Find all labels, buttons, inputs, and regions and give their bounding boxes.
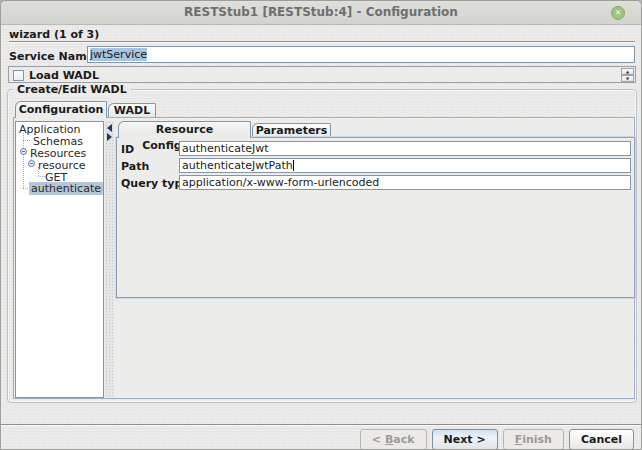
- path-input[interactable]: authenticateJwtPath: [179, 158, 631, 173]
- footer-separator: [1, 424, 642, 426]
- header-separator: [9, 41, 635, 43]
- finish-button[interactable]: Finish: [503, 429, 564, 450]
- tree-connector: [38, 176, 45, 177]
- load-wadl-spinner: ▲ ▼: [621, 68, 634, 82]
- path-value: authenticateJwtPath: [182, 159, 293, 172]
- split-collapse-left-icon[interactable]: [107, 124, 112, 132]
- tree-connector: [23, 133, 24, 189]
- load-wadl-row: Load WADL ▲ ▼: [8, 66, 636, 83]
- tree-expand-handle-resources[interactable]: [20, 148, 27, 155]
- id-label: ID: [121, 143, 134, 156]
- window-title: RESTStub1 [RESTStub:4] - Configuration: [1, 1, 641, 24]
- tree-expand-handle-resource[interactable]: [28, 160, 35, 167]
- service-name-value: jwtService: [90, 48, 147, 61]
- spinner-up-icon[interactable]: ▲: [621, 68, 634, 75]
- load-wadl-label: Load WADL: [29, 69, 99, 82]
- configuration-dialog: RESTStub1 [RESTStub:4] - Configuration ✕…: [0, 0, 642, 450]
- path-label: Path: [121, 160, 149, 173]
- cancel-button[interactable]: Cancel: [569, 429, 634, 450]
- query-type-input[interactable]: application/x-www-form-urlencoded: [179, 175, 631, 190]
- tree-connector: [23, 188, 29, 189]
- spinner-down-icon[interactable]: ▼: [621, 75, 634, 82]
- splitpane-divider[interactable]: [105, 121, 114, 398]
- tab-resource-configuration[interactable]: Resource Configuration: [118, 121, 251, 138]
- id-value: authenticateJwt: [182, 142, 269, 155]
- back-button[interactable]: < Back: [360, 429, 427, 450]
- tab-configuration[interactable]: Configuration: [15, 101, 107, 118]
- id-input[interactable]: authenticateJwt: [179, 141, 631, 156]
- load-wadl-checkbox[interactable]: [13, 70, 24, 81]
- wizard-button-bar: < Back Next > Finish Cancel: [1, 428, 641, 450]
- tree-connector: [23, 140, 30, 141]
- close-icon[interactable]: ✕: [611, 6, 625, 20]
- tab-parameters[interactable]: Parameters: [252, 123, 331, 138]
- split-collapse-right-icon[interactable]: [107, 133, 112, 141]
- create-edit-wadl-title: Create/Edit WADL: [13, 83, 131, 96]
- wizard-step-label: wizard (1 of 3): [9, 28, 99, 41]
- service-name-label: Service Name: [9, 50, 94, 63]
- next-button[interactable]: Next >: [432, 429, 498, 450]
- wadl-tree[interactable]: Application Schemas Resources resource G…: [15, 121, 104, 398]
- service-name-input[interactable]: jwtService: [87, 46, 635, 63]
- query-type-value: application/x-www-form-urlencoded: [182, 176, 379, 189]
- title-bar[interactable]: RESTStub1 [RESTStub:4] - Configuration ✕: [1, 1, 641, 25]
- text-caret: [293, 160, 294, 171]
- tree-node-authenticate[interactable]: authenticate: [31, 182, 101, 195]
- tab-wadl[interactable]: WADL: [108, 103, 156, 117]
